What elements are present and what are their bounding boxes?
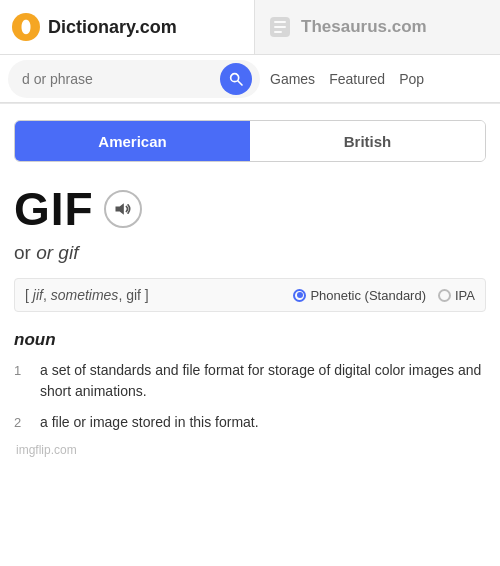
phonetic-label: Phonetic (Standard) [310, 288, 426, 303]
nav-bar: Games Featured Pop [0, 55, 500, 103]
table-row: 2 a file or image stored in this format. [14, 412, 486, 433]
phonetic-option[interactable]: Phonetic (Standard) [293, 288, 426, 303]
dictionary-logo-text: Dictionary.com [48, 17, 177, 38]
nav-links: Games Featured Pop [270, 71, 424, 87]
search-icon [228, 71, 244, 87]
american-dialect-button[interactable]: American [15, 121, 250, 161]
nav-link-games[interactable]: Games [270, 71, 315, 87]
pronunciation-options: Phonetic (Standard) IPA [293, 288, 475, 303]
pronunciation-text: [ jif, sometimes, gif ] [25, 287, 149, 303]
word-alt-italic: or gif [36, 242, 78, 263]
table-row: 1 a set of standards and file format for… [14, 360, 486, 402]
svg-line-2 [238, 81, 242, 85]
dictionary-logo-section[interactable]: Dictionary.com [0, 0, 255, 54]
word-alt: or or gif [14, 242, 486, 264]
pronunciation-row: [ jif, sometimes, gif ] Phonetic (Standa… [14, 278, 486, 312]
pron-comma: , [43, 287, 51, 303]
word-heading: GIF [14, 182, 486, 236]
nav-link-pop[interactable]: Pop [399, 71, 424, 87]
svg-marker-3 [115, 203, 123, 215]
main-content: American British GIF or or gif [ jif, so… [0, 104, 500, 467]
ipa-radio[interactable] [438, 289, 451, 302]
def-number-1: 1 [14, 361, 30, 402]
def-text-1: a set of standards and file format for s… [40, 360, 486, 402]
pron-sometimes: sometimes [51, 287, 119, 303]
phonetic-radio[interactable] [293, 289, 306, 302]
thesaurus-logo-icon [267, 14, 293, 40]
ipa-option[interactable]: IPA [438, 288, 475, 303]
def-text-2: a file or image stored in this format. [40, 412, 486, 433]
search-wrap [8, 60, 260, 98]
dialect-toggle: American British [14, 120, 486, 162]
search-button[interactable] [220, 63, 252, 95]
definition-list: 1 a set of standards and file format for… [14, 360, 486, 433]
pos-label: noun [14, 330, 486, 350]
sound-icon [113, 199, 133, 219]
word-title: GIF [14, 182, 94, 236]
def-number-2: 2 [14, 413, 30, 433]
british-dialect-button[interactable]: British [250, 121, 485, 161]
dictionary-logo-icon [12, 13, 40, 41]
header: Dictionary.com Thesaurus.com [0, 0, 500, 55]
sound-button[interactable] [104, 190, 142, 228]
nav-link-featured[interactable]: Featured [329, 71, 385, 87]
pron-gif: , gif [118, 287, 141, 303]
ipa-label: IPA [455, 288, 475, 303]
thesaurus-logo-text: Thesaurus.com [301, 17, 427, 37]
pron-jif: jif [33, 287, 43, 303]
thesaurus-logo-section[interactable]: Thesaurus.com [255, 0, 500, 54]
footer-watermark: imgflip.com [14, 443, 486, 457]
search-input[interactable] [22, 71, 220, 87]
